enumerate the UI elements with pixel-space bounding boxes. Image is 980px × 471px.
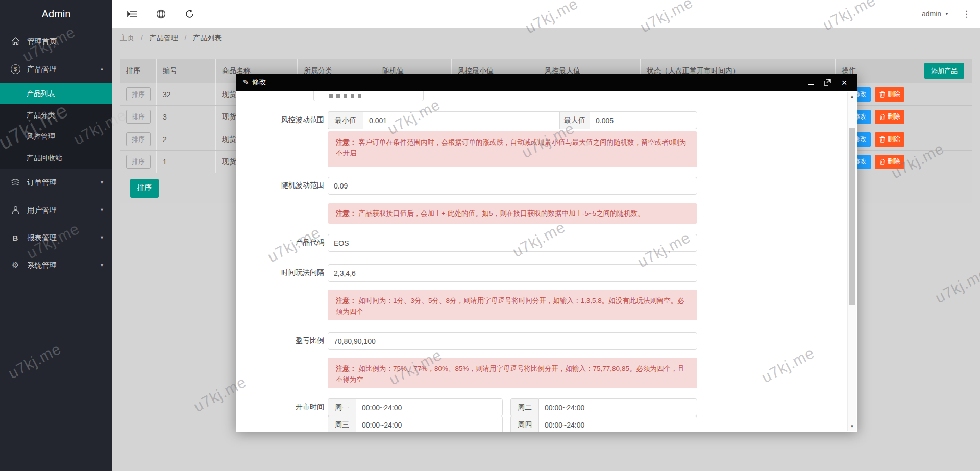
scroll-up-icon[interactable]: ▲ xyxy=(848,94,856,99)
sidebar: Admin 管理首页 $ 产品管理 ▲ 产品列表 产品分类 风控管理 产品回收站… xyxy=(0,0,112,471)
breadcrumb: 主页 / 产品管理 / 产品列表 xyxy=(120,34,222,43)
cell-id: 2 xyxy=(157,128,216,150)
market-time-thu: 周四 xyxy=(510,416,697,432)
report-b-icon: B xyxy=(10,233,20,242)
risk-range-note: 注意：客户订单在条件范围内时，会根据订单的涨或跌，自动减或加最小值与最大值之间的… xyxy=(328,131,697,167)
row-sort-button[interactable]: 排序 xyxy=(126,155,151,169)
sort-button[interactable]: 排序 xyxy=(130,179,159,198)
breadcrumb-current: 产品列表 xyxy=(193,34,222,42)
minimize-icon[interactable] xyxy=(806,78,815,86)
row-sort-button[interactable]: 排序 xyxy=(126,87,151,101)
market-time-wed: 周三 xyxy=(328,416,503,432)
dollar-circle-icon: $ xyxy=(10,64,20,74)
sidebar-item-product-mgmt[interactable]: $ 产品管理 ▲ xyxy=(0,55,112,83)
product-submenu: 产品列表 产品分类 风控管理 产品回收站 xyxy=(0,83,112,169)
field-label-random-range: 随机波动范围 xyxy=(248,181,324,190)
field-label-market-time: 开市时间 xyxy=(248,403,324,412)
cell-id: 1 xyxy=(157,151,216,173)
delete-button[interactable]: 删除 xyxy=(875,87,904,102)
market-time-mon: 周一 xyxy=(328,398,503,416)
chevron-down-icon: ▼ xyxy=(100,263,104,268)
chevron-down-icon: ▼ xyxy=(100,235,104,240)
risk-range-group: 最小值 最大值 xyxy=(328,111,697,129)
delete-button[interactable]: 删除 xyxy=(875,110,904,124)
time-interval-input[interactable] xyxy=(328,264,697,282)
sidebar-item-risk-mgmt[interactable]: 风控管理 xyxy=(0,126,112,147)
market-time-tue-input[interactable] xyxy=(538,398,697,416)
sidebar-item-report-mgmt[interactable]: B 报表管理 ▼ xyxy=(0,224,112,251)
add-product-button[interactable]: 添加产品 xyxy=(924,63,964,79)
modal-body: 风控波动范围 最小值 最大值 注意：客户订单在条件范围内时，会根据订单的涨或跌，… xyxy=(236,91,857,432)
close-icon[interactable]: × xyxy=(840,78,848,86)
scrollbar-thumb[interactable] xyxy=(849,128,855,305)
sidebar-item-product-list[interactable]: 产品列表 xyxy=(0,83,112,104)
sidebar-item-label: 用户管理 xyxy=(27,205,57,215)
market-time-thu-input[interactable] xyxy=(538,416,697,432)
risk-min-input[interactable] xyxy=(363,111,560,129)
delete-button[interactable]: 删除 xyxy=(875,132,904,147)
user-icon xyxy=(10,206,20,214)
market-time-wed-input[interactable] xyxy=(356,416,503,432)
col-id: 编号 xyxy=(157,59,216,83)
day-addon: 周二 xyxy=(510,398,538,416)
sidebar-item-label: 报表管理 xyxy=(27,233,57,243)
gear-icon: ⚙ xyxy=(10,261,20,269)
col-sort: 排序 xyxy=(120,59,157,83)
field-label-risk-range: 风控波动范围 xyxy=(248,115,324,125)
delete-button[interactable]: 删除 xyxy=(875,155,904,169)
market-time-mon-input[interactable] xyxy=(356,398,503,416)
home-icon xyxy=(10,37,20,45)
collapse-menu-icon[interactable] xyxy=(127,8,138,19)
clipped-select[interactable] xyxy=(313,91,424,101)
breadcrumb-home[interactable]: 主页 xyxy=(120,34,134,42)
chevron-down-icon: ▼ xyxy=(100,180,104,185)
random-range-input[interactable] xyxy=(328,177,697,195)
globe-icon[interactable] xyxy=(155,8,166,19)
pl-ratio-note: 注意：如比例为：75%、77%，80%、85%，则请用字母逗号将比例分开，如输入… xyxy=(328,358,697,388)
field-label-time-interval: 时间玩法间隔 xyxy=(248,268,324,277)
sidebar-item-label: 订单管理 xyxy=(27,178,57,187)
random-range-note: 注意：产品获取接口值后，会加上+-此处的值。如5，则在接口获取的数据中加上-5~… xyxy=(328,203,697,224)
sidebar-item-product-recycle[interactable]: 产品回收站 xyxy=(0,147,112,169)
trash-icon xyxy=(879,159,885,165)
scroll-down-icon[interactable]: ▼ xyxy=(848,424,856,429)
sidebar-item-label: 系统管理 xyxy=(27,261,57,270)
max-addon: 最大值 xyxy=(560,111,590,129)
user-menu[interactable]: admin ▼ xyxy=(922,10,949,18)
trash-icon xyxy=(879,136,885,143)
modal-scrollbar[interactable]: ▲ ▼ xyxy=(847,92,856,431)
modal-title: 修改 xyxy=(252,78,266,87)
sidebar-item-system-mgmt[interactable]: ⚙ 系统管理 ▼ xyxy=(0,251,112,279)
breadcrumb-product-mgmt[interactable]: 产品管理 xyxy=(150,34,178,42)
min-addon: 最小值 xyxy=(328,111,363,129)
sidebar-item-user-mgmt[interactable]: 用户管理 ▼ xyxy=(0,196,112,224)
topbar: admin ▼ ⋮ xyxy=(112,0,980,28)
day-addon: 周四 xyxy=(510,416,538,432)
sidebar-item-label: 管理首页 xyxy=(27,37,57,46)
sidebar-item-dashboard[interactable]: 管理首页 xyxy=(0,28,112,55)
chevron-up-icon: ▲ xyxy=(100,66,104,72)
chevron-down-icon: ▼ xyxy=(100,207,104,213)
pencil-icon: ✎ xyxy=(243,78,249,86)
caret-down-icon: ▼ xyxy=(945,12,949,16)
day-addon: 周一 xyxy=(328,398,356,416)
sidebar-item-order-mgmt[interactable]: 订单管理 ▼ xyxy=(0,169,112,196)
refresh-icon[interactable] xyxy=(184,8,195,19)
modal-titlebar[interactable]: ✎ 修改 × xyxy=(236,74,857,91)
more-options-icon[interactable]: ⋮ xyxy=(962,9,971,19)
pl-ratio-input[interactable] xyxy=(328,332,697,350)
row-sort-button[interactable]: 排序 xyxy=(126,110,151,124)
trash-icon xyxy=(879,114,885,120)
market-time-tue: 周二 xyxy=(510,398,697,416)
username: admin xyxy=(922,10,941,18)
app-title: Admin xyxy=(0,0,112,28)
time-interval-note: 注意：如时间为：1分、3分、5分、8分，则请用字母逗号将时间分开，如输入：1,3… xyxy=(328,290,697,320)
day-addon: 周三 xyxy=(328,416,356,432)
sidebar-item-product-category[interactable]: 产品分类 xyxy=(0,104,112,126)
risk-max-input[interactable] xyxy=(590,111,697,129)
layers-icon xyxy=(10,179,20,186)
row-sort-button[interactable]: 排序 xyxy=(126,132,151,146)
edit-modal: ✎ 修改 × 风控波动范围 最小值 最大值 注意：客户订单在条件范围内时，会根据… xyxy=(236,74,857,432)
maximize-icon[interactable] xyxy=(823,78,831,86)
product-code-input[interactable] xyxy=(328,234,697,252)
